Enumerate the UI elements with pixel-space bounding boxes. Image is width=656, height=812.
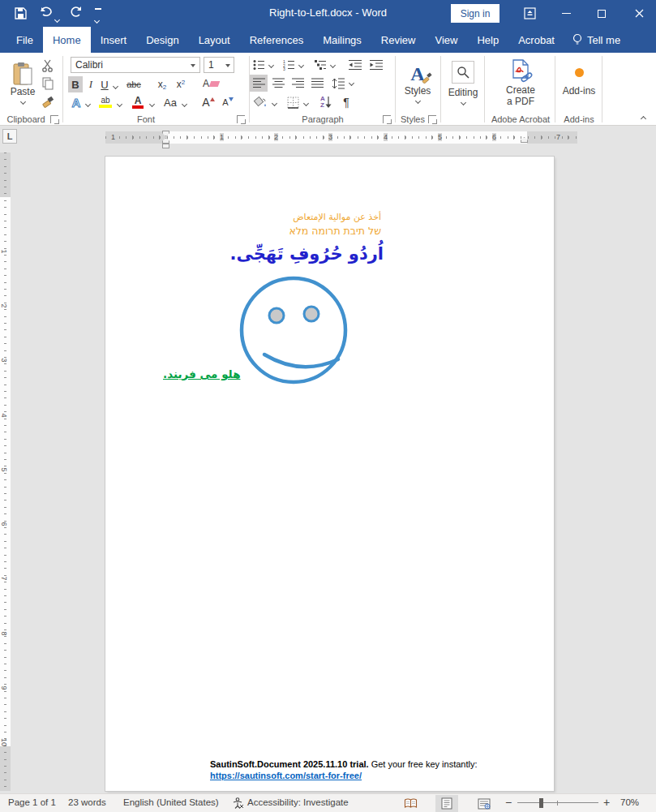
tab-review[interactable]: Review	[371, 27, 426, 53]
ruler-number: 3	[328, 133, 332, 141]
print-layout-button[interactable]	[435, 795, 458, 812]
line-spacing-dropdown-icon[interactable]	[347, 79, 355, 87]
create-pdf-button[interactable]: Create a PDF	[498, 55, 543, 110]
maximize-button[interactable]	[585, 0, 618, 27]
tab-file[interactable]: File	[6, 27, 43, 53]
change-case-dropdown-icon[interactable]	[180, 100, 188, 108]
align-center-button[interactable]	[269, 75, 287, 92]
paste-button[interactable]: Paste	[5, 55, 41, 110]
multilevel-dropdown-icon[interactable]	[328, 61, 337, 69]
strikethrough-button[interactable]: abc	[123, 76, 144, 92]
left-indent-marker[interactable]	[162, 144, 169, 148]
group-separator	[395, 56, 396, 122]
clear-formatting-button[interactable]: A	[201, 75, 221, 92]
font-color-button[interactable]: A	[130, 94, 146, 110]
bullets-icon[interactable]	[251, 58, 266, 72]
italic-button[interactable]: I	[84, 76, 97, 92]
zoom-slider-thumb[interactable]	[539, 798, 543, 808]
sort-icon[interactable]: AZ	[316, 94, 336, 110]
borders-dropdown-icon[interactable]	[302, 99, 310, 107]
shrink-font-button[interactable]: A	[219, 94, 237, 110]
zoom-in-button[interactable]: +	[603, 796, 610, 809]
tab-acrobat[interactable]: Acrobat	[508, 27, 564, 53]
zoom-out-button[interactable]: −	[505, 796, 512, 809]
highlight-button[interactable]: ab	[96, 94, 114, 110]
superscript-button[interactable]: x2	[173, 76, 189, 92]
cut-icon[interactable]	[39, 58, 57, 74]
change-case-button[interactable]: Aa	[161, 94, 180, 110]
text-effects-dropdown-icon[interactable]	[84, 100, 92, 108]
copy-icon[interactable]	[39, 75, 57, 92]
page-count-status[interactable]: Page 1 of 1	[8, 797, 56, 807]
tab-design[interactable]: Design	[136, 27, 188, 53]
multilevel-list-icon[interactable]	[313, 58, 328, 72]
styles-button[interactable]: A Styles	[400, 55, 435, 110]
trial-footer-link[interactable]: https://sautinsoft.com/start-for-free/	[210, 771, 362, 780]
sign-in-button[interactable]: Sign in	[451, 4, 500, 23]
document-page[interactable]: أخذ عن موالية الإمتعاض של תיבת תרומה מלא…	[105, 157, 554, 791]
subscript-button[interactable]: x2	[154, 76, 170, 92]
underline-button[interactable]: U	[98, 76, 111, 92]
font-name-combo[interactable]: Calibri	[71, 57, 200, 73]
highlight-dropdown-icon[interactable]	[115, 100, 123, 108]
align-right-button[interactable]	[289, 75, 307, 92]
web-layout-button[interactable]	[473, 795, 495, 812]
editing-dropdown-icon	[460, 100, 465, 105]
smiley-face-shape[interactable]	[235, 272, 349, 385]
close-button[interactable]	[623, 0, 655, 27]
format-painter-icon[interactable]	[39, 93, 57, 110]
tell-me-box[interactable]: Tell me	[564, 27, 628, 53]
vertical-ruler[interactable]: 1 2 3 4 5 6 7 8 9 10	[0, 153, 11, 791]
line-spacing-icon[interactable]	[329, 75, 347, 92]
zoom-percentage[interactable]: 70%	[620, 797, 639, 807]
minimize-button[interactable]	[550, 0, 582, 27]
bullets-dropdown-icon[interactable]	[267, 61, 275, 69]
font-dialog-launcher-icon[interactable]	[237, 115, 245, 123]
shading-icon[interactable]	[251, 94, 269, 110]
font-color-dropdown-icon[interactable]	[148, 100, 156, 108]
paragraph-dialog-launcher-icon[interactable]	[383, 115, 391, 123]
tab-home[interactable]: Home	[43, 27, 91, 53]
styles-dialog-launcher-icon[interactable]	[428, 115, 436, 123]
bold-button[interactable]: B	[68, 76, 83, 92]
zoom-slider-track[interactable]	[517, 802, 598, 803]
tab-help[interactable]: Help	[467, 27, 508, 53]
justify-button[interactable]	[308, 75, 326, 92]
tab-references[interactable]: References	[240, 27, 313, 53]
urdu-text-line[interactable]: اُردُو حُرُوفِ تَهَجِّى.	[108, 244, 384, 264]
collapse-ribbon-icon[interactable]	[637, 113, 650, 124]
align-left-button[interactable]	[250, 75, 268, 92]
horizontal-ruler[interactable]: 1 1 2 3 4 5 6 7	[105, 131, 577, 144]
tab-insert[interactable]: Insert	[91, 27, 137, 53]
text-effects-button[interactable]: A	[69, 94, 84, 110]
tab-layout[interactable]: Layout	[189, 27, 240, 53]
addins-group-label: Add-ins	[556, 114, 602, 124]
editing-button[interactable]: Editing	[444, 55, 482, 110]
font-size-combo[interactable]: 1	[204, 57, 234, 73]
language-status[interactable]: English (United States)	[123, 797, 219, 807]
hebrew-text-line[interactable]: של תיבת תרומה מלא	[154, 225, 381, 237]
add-ins-button[interactable]: Add-ins	[558, 55, 600, 102]
accessibility-status[interactable]: Accessibility: Investigate	[247, 797, 349, 807]
tell-me-label: Tell me	[587, 34, 620, 46]
numbering-dropdown-icon[interactable]	[297, 61, 305, 69]
tab-view[interactable]: View	[425, 27, 467, 53]
tab-mailings[interactable]: Mailings	[313, 27, 371, 53]
increase-indent-icon[interactable]	[368, 58, 384, 72]
borders-icon[interactable]	[284, 94, 302, 110]
greeting-text-line[interactable]: هلو مى فريند.	[163, 367, 241, 380]
arabic-text-line[interactable]: أخذ عن موالية الإمتعاض	[154, 210, 381, 225]
decrease-indent-icon[interactable]	[347, 58, 363, 72]
ribbon-display-options-icon[interactable]	[513, 0, 546, 27]
show-hide-pilcrow-button[interactable]: ¶	[339, 94, 354, 110]
read-mode-button[interactable]	[399, 795, 422, 812]
word-count-status[interactable]: 23 words	[68, 797, 106, 807]
underline-dropdown-icon[interactable]	[111, 82, 119, 90]
shading-dropdown-icon[interactable]	[270, 99, 278, 107]
grow-font-button[interactable]: A	[199, 94, 217, 110]
clipboard-dialog-launcher-icon[interactable]	[50, 115, 58, 123]
tab-stop-selector[interactable]: L	[2, 129, 17, 144]
numbering-icon[interactable]: 123	[281, 58, 296, 72]
create-pdf-label-line1: Create	[506, 84, 535, 96]
ruler-number: 2	[274, 133, 278, 141]
